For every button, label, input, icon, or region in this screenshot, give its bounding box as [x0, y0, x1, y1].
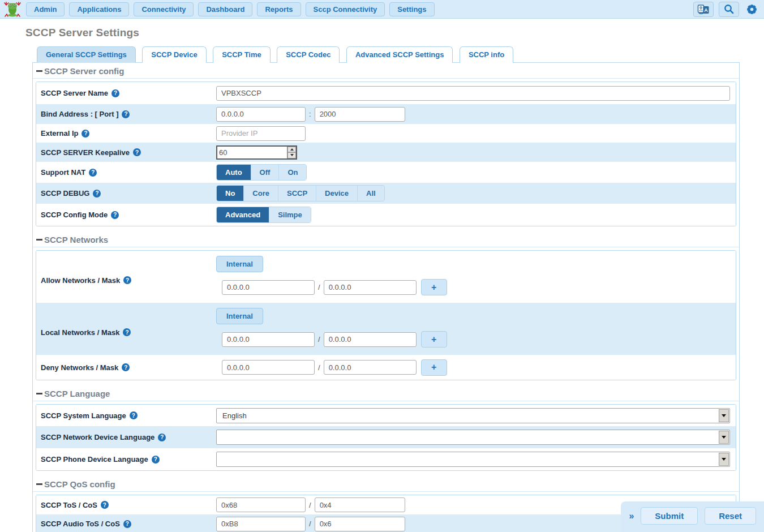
keepalive-input[interactable] [216, 145, 297, 160]
search-icon[interactable] [719, 2, 739, 17]
reset-button[interactable]: Reset [705, 507, 756, 525]
allow-network-input[interactable] [222, 280, 315, 295]
spin-down-icon[interactable] [287, 152, 296, 158]
allow-mask-input[interactable] [324, 280, 417, 295]
help-icon[interactable] [123, 520, 131, 528]
row-config-mode: SCCP Config Mode Advanced Silmpe [36, 204, 736, 226]
help-icon[interactable] [133, 148, 141, 156]
tab-sccp-device[interactable]: SCCP Device [142, 46, 206, 63]
collapse-icon[interactable] [36, 239, 42, 241]
add-network-button[interactable]: + [421, 279, 447, 295]
selected-value: English [222, 411, 247, 420]
help-icon[interactable] [101, 501, 109, 509]
sccp-cos-input[interactable] [315, 497, 405, 512]
deny-mask-input[interactable] [324, 360, 417, 375]
section-header-qos[interactable]: SCCP QoS config [33, 476, 739, 492]
row-system-language: SCCP System Language English [36, 405, 736, 426]
bind-port-input[interactable] [315, 107, 405, 122]
debug-core-button[interactable]: Core [244, 186, 278, 201]
nav-item-sccp-connectivity[interactable]: Sccp Connectivity [306, 2, 385, 16]
action-toolbar: » Submit Reset [621, 501, 764, 532]
allow-internal-button[interactable]: Internal [216, 256, 263, 272]
external-ip-input[interactable] [216, 126, 306, 141]
audio-tos-input[interactable] [216, 517, 306, 531]
tab-advanced-sccp-settings[interactable]: Advanced SCCP Settings [346, 46, 453, 63]
bind-address-input[interactable] [216, 107, 306, 122]
local-mask-input[interactable] [324, 332, 417, 347]
audio-cos-input[interactable] [315, 517, 405, 531]
mask-separator: / [317, 283, 321, 291]
debug-device-button[interactable]: Device [316, 186, 358, 201]
nav-item-settings[interactable]: Settings [389, 2, 434, 16]
tab-sccp-time[interactable]: SCCP Time [213, 46, 271, 63]
help-icon[interactable] [93, 190, 101, 198]
collapse-toolbar-icon[interactable]: » [629, 511, 634, 521]
section-title: SCCP Server config [44, 66, 124, 76]
tab-general-sccp-settings[interactable]: General SCCP Settings [37, 46, 136, 63]
debug-sccp-button[interactable]: SCCP [278, 186, 316, 201]
server-name-input[interactable] [216, 86, 730, 101]
nav-item-admin[interactable]: Admin [26, 2, 65, 16]
sccp-debug-toggle: No Core SCCP Device All [216, 185, 385, 201]
dropdown-arrow-icon[interactable] [719, 431, 729, 444]
dropdown-arrow-icon[interactable] [719, 409, 729, 422]
section-header-server-config[interactable]: SCCP Server config [33, 63, 739, 79]
gear-icon[interactable] [744, 2, 759, 17]
nav-item-applications[interactable]: Applications [69, 2, 129, 16]
help-icon[interactable] [152, 456, 160, 464]
section-title: SCCP Networks [44, 235, 108, 244]
phone-device-language-select[interactable] [216, 452, 730, 467]
support-nat-toggle: Auto Off On [216, 164, 307, 181]
nav-item-reports[interactable]: Reports [257, 2, 301, 16]
nat-off-button[interactable]: Off [251, 165, 280, 180]
plus-icon: + [431, 283, 436, 292]
field-label: SCCP Server Name [41, 89, 108, 97]
dropdown-arrow-icon[interactable] [719, 453, 729, 466]
frog-logo[interactable] [3, 1, 22, 17]
help-icon[interactable] [158, 434, 166, 441]
nav-item-connectivity[interactable]: Connectivity [134, 2, 194, 16]
submit-button[interactable]: Submit [641, 507, 698, 525]
add-network-button[interactable]: + [421, 331, 447, 347]
help-icon[interactable] [122, 363, 130, 371]
cos-separator: / [308, 501, 312, 509]
nat-auto-button[interactable]: Auto [217, 165, 251, 180]
config-mode-toggle: Advanced Silmpe [216, 207, 311, 223]
translate-icon[interactable]: A [693, 2, 714, 17]
local-internal-button[interactable]: Internal [216, 308, 263, 324]
local-network-input[interactable] [222, 332, 315, 347]
debug-all-button[interactable]: All [358, 186, 384, 201]
section-header-language[interactable]: SCCP Language [33, 385, 739, 401]
help-icon[interactable] [81, 130, 89, 138]
field-label: SCCP SERVER Keepalive [41, 148, 130, 157]
nat-on-button[interactable]: On [279, 165, 306, 180]
help-icon[interactable] [123, 276, 131, 284]
help-icon[interactable] [123, 328, 131, 336]
debug-no-button[interactable]: No [217, 186, 244, 201]
row-keepalive: SCCP SERVER Keepalive [36, 143, 736, 162]
tab-sccp-codec[interactable]: SCCP Codec [277, 46, 340, 63]
row-local-networks: Local Networks / Mask Internal / + [36, 303, 736, 355]
spin-up-icon[interactable] [287, 147, 296, 153]
help-icon[interactable] [111, 89, 119, 97]
deny-network-input[interactable] [222, 360, 315, 375]
row-external-ip: External Ip [36, 124, 736, 143]
tab-sccp-info[interactable]: SCCP info [460, 46, 513, 63]
system-language-select[interactable]: English [216, 408, 730, 423]
network-device-language-select[interactable] [216, 430, 730, 445]
add-network-button[interactable]: + [421, 359, 447, 376]
mode-advanced-button[interactable]: Advanced [217, 207, 269, 222]
sccp-tos-input[interactable] [216, 497, 306, 512]
mode-simple-button[interactable]: Silmpe [269, 207, 311, 222]
help-icon[interactable] [111, 211, 119, 219]
help-icon[interactable] [89, 169, 97, 177]
collapse-icon[interactable] [36, 393, 42, 394]
row-sccp-debug: SCCP DEBUG No Core SCCP Device All [36, 183, 736, 204]
help-icon[interactable] [130, 411, 138, 419]
nav-item-dashboard[interactable]: Dashboard [198, 2, 252, 16]
collapse-icon[interactable] [36, 483, 42, 485]
collapse-icon[interactable] [36, 70, 42, 72]
svg-text:A: A [704, 7, 708, 13]
help-icon[interactable] [122, 110, 130, 118]
section-header-networks[interactable]: SCCP Networks [33, 231, 739, 247]
